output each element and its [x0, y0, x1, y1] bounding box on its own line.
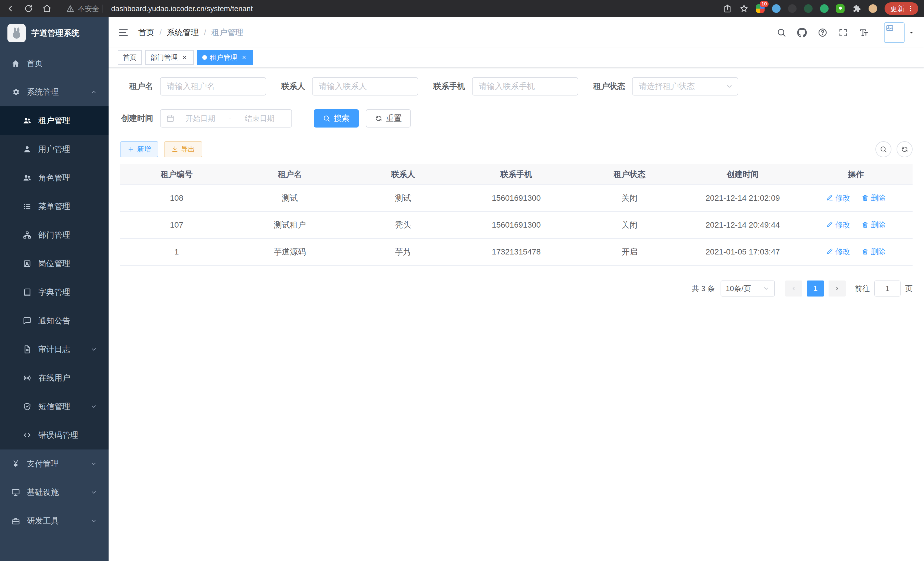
close-icon[interactable]: × [181, 53, 189, 62]
update-label: 更新 [890, 4, 904, 14]
calendar-icon [166, 114, 174, 122]
sidebar-item-devtools[interactable]: 研发工具 [0, 507, 109, 535]
sidebar-item-post[interactable]: 岗位管理 [0, 249, 109, 278]
help-question-icon[interactable] [818, 28, 827, 38]
tab-home[interactable]: 首页 [118, 50, 142, 65]
mobile-input[interactable] [472, 77, 578, 96]
sidebar-item-error-code[interactable]: 错误码管理 [0, 421, 109, 450]
sidebar-item-label: 在线用户 [38, 373, 70, 384]
breadcrumb-separator: / [204, 28, 206, 37]
browser-profile-avatar[interactable] [868, 4, 877, 13]
sidebar-item-label: 基础设施 [27, 487, 59, 498]
breadcrumb-item[interactable]: 首页 [138, 27, 154, 38]
sidebar-item-system[interactable]: 系统管理 [0, 78, 109, 106]
column-header: 租户状态 [573, 164, 686, 185]
export-button[interactable]: 导出 [164, 141, 202, 157]
browser-home-icon[interactable] [42, 4, 51, 13]
tenant-status-select[interactable]: 请选择租户状态 [632, 77, 738, 96]
chevron-up-icon [90, 89, 97, 96]
extensions-puzzle-icon[interactable] [852, 4, 861, 13]
page-number-current[interactable]: 1 [807, 281, 824, 296]
bookmark-star-icon[interactable] [740, 4, 748, 13]
sidebar: 芋道管理系统 首页 系统管理 租户管理 用户管理 [0, 17, 109, 561]
reset-button[interactable]: 重置 [366, 109, 411, 128]
edit-link[interactable]: 修改 [826, 193, 850, 203]
breadcrumb-item[interactable]: 系统管理 [167, 27, 199, 38]
extension-icon-green[interactable] [820, 4, 829, 13]
chevron-left-icon [790, 285, 797, 292]
sidebar-item-infra[interactable]: 基础设施 [0, 478, 109, 507]
fullscreen-icon[interactable] [838, 28, 848, 38]
extension-icon-colored[interactable]: 10 [756, 4, 765, 13]
site-security-chip[interactable]: 不安全 [66, 4, 103, 14]
refresh-table-button[interactable] [897, 141, 913, 157]
trash-icon [862, 221, 868, 228]
tenant-status-label: 租户状态 [593, 81, 625, 92]
cell-status: 关闭 [573, 212, 686, 238]
log-document-icon [23, 345, 32, 354]
chevron-down-icon [90, 489, 97, 496]
sidebar-item-tenant[interactable]: 租户管理 [0, 106, 109, 135]
sidebar-item-dict[interactable]: 字典管理 [0, 278, 109, 307]
delete-link[interactable]: 删除 [862, 220, 886, 230]
sidebar-item-online-user[interactable]: 在线用户 [0, 364, 109, 392]
toggle-search-button[interactable] [875, 141, 891, 157]
sidebar-item-pay[interactable]: 支付管理 [0, 450, 109, 478]
font-size-icon[interactable] [859, 28, 868, 38]
sidebar-item-home[interactable]: 首页 [0, 49, 109, 78]
sidebar-item-label: 研发工具 [27, 516, 59, 526]
next-page-button[interactable] [829, 281, 846, 296]
table-row: 107 测试租户 秃头 15601691300 关闭 2021-12-14 20… [120, 212, 913, 238]
contact-input[interactable] [312, 77, 418, 96]
tab-dept[interactable]: 部门管理 × [145, 50, 194, 65]
tenant-name-label: 租户名 [120, 81, 153, 92]
create-time-range-picker[interactable]: 开始日期 - 结束日期 [160, 109, 292, 128]
user-avatar-menu[interactable] [884, 22, 915, 43]
goto-page-input[interactable] [874, 281, 901, 296]
tenant-name-input[interactable] [160, 77, 266, 96]
sidebar-item-role[interactable]: 角色管理 [0, 164, 109, 192]
search-button[interactable]: 搜索 [314, 109, 359, 128]
sidebar-item-audit-log[interactable]: 审计日志 [0, 335, 109, 364]
address-bar-url[interactable]: dashboard.yudao.iocoder.cn/system/tenant [111, 4, 253, 13]
chrome-update-button[interactable]: 更新 [885, 2, 918, 15]
broken-image-icon [886, 24, 894, 32]
search-icon [880, 146, 887, 153]
extension-icon-dark[interactable] [788, 4, 796, 13]
delete-link[interactable]: 删除 [862, 193, 886, 203]
browser-back-icon[interactable] [6, 4, 15, 13]
date-range-separator: - [226, 114, 234, 123]
github-icon[interactable] [797, 28, 807, 38]
share-icon[interactable] [723, 4, 732, 13]
delete-link[interactable]: 删除 [862, 247, 886, 257]
sidebar-item-dept[interactable]: 部门管理 [0, 221, 109, 249]
sidebar-item-menu[interactable]: 菜单管理 [0, 192, 109, 221]
sidebar-item-notice[interactable]: 通知公告 [0, 307, 109, 335]
goto-label: 前往 [855, 284, 870, 294]
extension-icon-dark-green[interactable] [804, 4, 813, 13]
add-button[interactable]: 新增 [120, 141, 158, 157]
page-size-select[interactable]: 10条/页 [721, 281, 775, 296]
browser-nav-controls [6, 4, 51, 13]
sidebar-item-label: 短信管理 [38, 401, 70, 412]
sidebar-collapse-icon[interactable] [118, 27, 129, 38]
add-button-label: 新增 [137, 145, 151, 154]
app-logo[interactable]: 芋道管理系统 [0, 17, 109, 49]
edit-link[interactable]: 修改 [826, 220, 850, 230]
search-icon[interactable] [777, 28, 786, 38]
cell-actions: 修改 删除 [800, 212, 913, 238]
tab-label: 首页 [123, 53, 136, 62]
sidebar-item-sms[interactable]: 短信管理 [0, 392, 109, 421]
browser-reload-icon[interactable] [24, 4, 33, 13]
edit-pencil-icon [826, 248, 833, 255]
edit-link[interactable]: 修改 [826, 247, 850, 257]
extension-icon-blue[interactable] [772, 4, 781, 13]
trash-icon [862, 248, 868, 255]
system-submenu: 租户管理 用户管理 角色管理 菜单管理 部门管理 [0, 106, 109, 450]
sidebar-item-user[interactable]: 用户管理 [0, 135, 109, 164]
tab-tenant-active[interactable]: 租户管理 × [197, 50, 253, 65]
table-toolbar: 新增 导出 [120, 141, 913, 157]
close-icon[interactable]: × [240, 53, 248, 62]
extension-icon-chat[interactable] [836, 4, 844, 13]
prev-page-button[interactable] [785, 281, 802, 296]
